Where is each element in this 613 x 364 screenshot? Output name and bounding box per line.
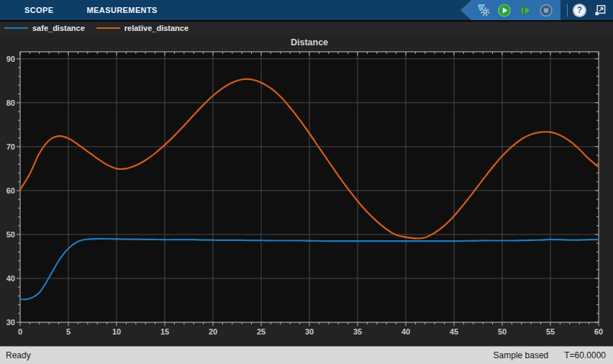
svg-text:20: 20: [209, 327, 217, 336]
simulation-settings-icon: [476, 2, 491, 18]
legend-bar: safe_distance relative_distance: [0, 20, 613, 35]
toolstrip-tabbar: SCOPE MEASUREMENTS: [0, 0, 613, 20]
svg-text:80: 80: [6, 99, 15, 107]
svg-text:25: 25: [257, 327, 265, 336]
distance-plot[interactable]: 05101520253035404550556030405060708090Di…: [0, 35, 613, 346]
status-sim-time: T=60.0000: [564, 350, 606, 360]
svg-text:50: 50: [498, 327, 507, 336]
simulation-settings-button[interactable]: [476, 3, 491, 17]
svg-text:15: 15: [160, 327, 169, 336]
step-forward-icon: [518, 3, 532, 18]
status-right-group: Sample based T=60.0000: [494, 350, 606, 360]
run-button[interactable]: [497, 3, 512, 17]
svg-text:60: 60: [6, 186, 15, 195]
svg-text:45: 45: [450, 327, 458, 336]
svg-text:5: 5: [66, 327, 71, 336]
status-ready: Ready: [6, 350, 31, 360]
legend-line-sample: [4, 27, 28, 29]
svg-text:0: 0: [18, 327, 22, 336]
svg-text:55: 55: [546, 327, 555, 336]
svg-text:30: 30: [6, 318, 15, 327]
svg-text:Distance: Distance: [291, 37, 328, 47]
undock-button[interactable]: [593, 3, 607, 17]
status-bar: Ready Sample based T=60.0000: [0, 346, 613, 364]
tab-scope[interactable]: SCOPE: [24, 6, 54, 14]
help-icon: ?: [577, 6, 582, 14]
svg-text:90: 90: [6, 55, 15, 63]
figure-area: 05101520253035404550556030405060708090Di…: [0, 35, 613, 346]
dock-undock-icon: [593, 3, 607, 18]
legend-label: safe_distance: [32, 24, 85, 32]
svg-text:40: 40: [6, 274, 15, 283]
legend-line-sample: [96, 27, 120, 29]
tab-list: SCOPE MEASUREMENTS: [0, 6, 158, 14]
svg-text:70: 70: [6, 142, 15, 151]
legend-item-safe-distance[interactable]: safe_distance: [4, 24, 85, 32]
svg-text:50: 50: [6, 230, 15, 239]
svg-text:35: 35: [353, 327, 362, 336]
step-forward-button[interactable]: [518, 3, 532, 17]
legend-label: relative_distance: [124, 24, 189, 32]
status-sample-mode: Sample based: [494, 350, 549, 360]
svg-text:40: 40: [401, 327, 410, 336]
run-icon: [497, 3, 512, 18]
simulate-banner: [460, 0, 560, 20]
scope-window: SCOPE MEASUREMENTS: [0, 0, 613, 364]
svg-text:10: 10: [112, 327, 121, 336]
svg-text:30: 30: [305, 327, 314, 336]
stop-button[interactable]: [539, 3, 553, 17]
toolbar-separator: [567, 4, 568, 17]
svg-text:60: 60: [594, 327, 603, 336]
tab-measurements[interactable]: MEASUREMENTS: [87, 6, 158, 14]
quick-access-toolbar: ?: [460, 0, 613, 20]
legend-item-relative-distance[interactable]: relative_distance: [96, 24, 189, 32]
help-button[interactable]: ?: [573, 4, 586, 17]
stop-icon: [539, 3, 553, 18]
